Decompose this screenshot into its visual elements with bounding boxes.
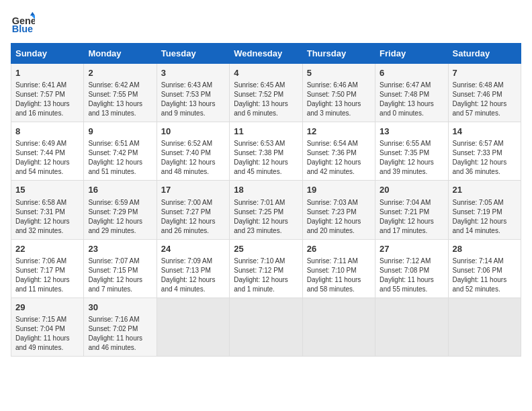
day-info: Sunrise: 7:15 AM Sunset: 7:04 PM Dayligh… xyxy=(15,315,79,353)
calendar-cell: 20Sunrise: 7:04 AM Sunset: 7:21 PM Dayli… xyxy=(375,181,448,239)
day-info: Sunrise: 7:00 AM Sunset: 7:27 PM Dayligh… xyxy=(161,198,225,236)
day-number: 25 xyxy=(234,243,298,255)
day-info: Sunrise: 6:54 AM Sunset: 7:36 PM Dayligh… xyxy=(307,139,371,177)
day-number: 2 xyxy=(88,67,152,79)
day-info: Sunrise: 7:11 AM Sunset: 7:10 PM Dayligh… xyxy=(307,257,371,294)
calendar-cell xyxy=(448,298,521,356)
day-info: Sunrise: 7:01 AM Sunset: 7:25 PM Dayligh… xyxy=(234,198,298,236)
day-number: 6 xyxy=(380,67,443,79)
day-info: Sunrise: 6:45 AM Sunset: 7:52 PM Dayligh… xyxy=(234,81,298,118)
logo: General Blue xyxy=(11,11,38,35)
calendar-cell: 2Sunrise: 6:42 AM Sunset: 7:55 PM Daylig… xyxy=(84,64,157,122)
calendar-cell: 16Sunrise: 6:59 AM Sunset: 7:29 PM Dayli… xyxy=(84,181,157,239)
day-number: 9 xyxy=(88,126,152,138)
col-header-wednesday: Wednesday xyxy=(230,44,302,64)
day-info: Sunrise: 6:55 AM Sunset: 7:35 PM Dayligh… xyxy=(380,139,443,177)
day-info: Sunrise: 6:51 AM Sunset: 7:42 PM Dayligh… xyxy=(88,139,152,177)
calendar-cell: 3Sunrise: 6:43 AM Sunset: 7:53 PM Daylig… xyxy=(157,64,229,122)
day-number: 19 xyxy=(307,184,371,196)
day-info: Sunrise: 7:04 AM Sunset: 7:21 PM Dayligh… xyxy=(380,198,443,236)
calendar-cell xyxy=(375,298,448,356)
day-number: 8 xyxy=(15,126,79,138)
day-number: 12 xyxy=(307,126,371,138)
day-number: 5 xyxy=(307,67,371,79)
calendar-cell: 18Sunrise: 7:01 AM Sunset: 7:25 PM Dayli… xyxy=(230,181,302,239)
day-number: 22 xyxy=(15,243,79,255)
calendar-cell xyxy=(230,298,302,356)
calendar-cell: 1Sunrise: 6:41 AM Sunset: 7:57 PM Daylig… xyxy=(11,64,84,122)
calendar-cell: 9Sunrise: 6:51 AM Sunset: 7:42 PM Daylig… xyxy=(84,122,157,181)
day-number: 13 xyxy=(380,126,443,138)
day-number: 26 xyxy=(307,243,371,255)
calendar-cell: 12Sunrise: 6:54 AM Sunset: 7:36 PM Dayli… xyxy=(302,122,375,181)
calendar-cell: 5Sunrise: 6:46 AM Sunset: 7:50 PM Daylig… xyxy=(302,64,375,122)
day-info: Sunrise: 7:14 AM Sunset: 7:06 PM Dayligh… xyxy=(453,257,517,294)
calendar-header: SundayMondayTuesdayWednesdayThursdayFrid… xyxy=(11,44,521,64)
day-info: Sunrise: 6:46 AM Sunset: 7:50 PM Dayligh… xyxy=(307,81,371,118)
svg-marker-2 xyxy=(30,12,35,15)
calendar-week-5: 29Sunrise: 7:15 AM Sunset: 7:04 PM Dayli… xyxy=(11,298,521,356)
day-number: 21 xyxy=(453,184,517,196)
day-number: 16 xyxy=(88,184,152,196)
day-number: 24 xyxy=(161,243,225,255)
day-info: Sunrise: 6:59 AM Sunset: 7:29 PM Dayligh… xyxy=(88,198,152,236)
day-number: 11 xyxy=(234,126,298,138)
day-info: Sunrise: 6:52 AM Sunset: 7:40 PM Dayligh… xyxy=(161,139,225,177)
day-info: Sunrise: 6:48 AM Sunset: 7:46 PM Dayligh… xyxy=(453,81,517,118)
col-header-friday: Friday xyxy=(375,44,448,64)
calendar-cell: 13Sunrise: 6:55 AM Sunset: 7:35 PM Dayli… xyxy=(375,122,448,181)
day-info: Sunrise: 6:58 AM Sunset: 7:31 PM Dayligh… xyxy=(15,198,79,236)
calendar-cell: 17Sunrise: 7:00 AM Sunset: 7:27 PM Dayli… xyxy=(157,181,229,239)
day-number: 23 xyxy=(88,243,152,255)
calendar-cell: 23Sunrise: 7:07 AM Sunset: 7:15 PM Dayli… xyxy=(84,239,157,298)
day-number: 15 xyxy=(15,184,79,196)
day-info: Sunrise: 7:16 AM Sunset: 7:02 PM Dayligh… xyxy=(88,315,152,353)
calendar-week-4: 22Sunrise: 7:06 AM Sunset: 7:17 PM Dayli… xyxy=(11,239,521,298)
calendar-week-1: 1Sunrise: 6:41 AM Sunset: 7:57 PM Daylig… xyxy=(11,64,521,122)
calendar-body: 1Sunrise: 6:41 AM Sunset: 7:57 PM Daylig… xyxy=(11,64,521,357)
col-header-thursday: Thursday xyxy=(302,44,375,64)
day-info: Sunrise: 6:42 AM Sunset: 7:55 PM Dayligh… xyxy=(88,81,152,118)
day-number: 4 xyxy=(234,67,298,79)
calendar-week-3: 15Sunrise: 6:58 AM Sunset: 7:31 PM Dayli… xyxy=(11,181,521,239)
calendar-cell: 11Sunrise: 6:53 AM Sunset: 7:38 PM Dayli… xyxy=(230,122,302,181)
calendar-cell: 27Sunrise: 7:12 AM Sunset: 7:08 PM Dayli… xyxy=(375,239,448,298)
calendar-cell: 22Sunrise: 7:06 AM Sunset: 7:17 PM Dayli… xyxy=(11,239,84,298)
day-info: Sunrise: 7:03 AM Sunset: 7:23 PM Dayligh… xyxy=(307,198,371,236)
calendar-cell xyxy=(157,298,229,356)
day-info: Sunrise: 6:53 AM Sunset: 7:38 PM Dayligh… xyxy=(234,139,298,177)
day-number: 7 xyxy=(453,67,517,79)
col-header-saturday: Saturday xyxy=(448,44,521,64)
day-info: Sunrise: 7:06 AM Sunset: 7:17 PM Dayligh… xyxy=(15,257,79,294)
calendar-cell: 14Sunrise: 6:57 AM Sunset: 7:33 PM Dayli… xyxy=(448,122,521,181)
col-header-sunday: Sunday xyxy=(11,44,84,64)
day-info: Sunrise: 7:05 AM Sunset: 7:19 PM Dayligh… xyxy=(453,198,517,236)
col-header-monday: Monday xyxy=(84,44,157,64)
calendar-cell: 24Sunrise: 7:09 AM Sunset: 7:13 PM Dayli… xyxy=(157,239,229,298)
day-info: Sunrise: 6:49 AM Sunset: 7:44 PM Dayligh… xyxy=(15,139,79,177)
calendar-cell: 29Sunrise: 7:15 AM Sunset: 7:04 PM Dayli… xyxy=(11,298,84,356)
calendar-cell: 10Sunrise: 6:52 AM Sunset: 7:40 PM Dayli… xyxy=(157,122,229,181)
calendar-cell: 21Sunrise: 7:05 AM Sunset: 7:19 PM Dayli… xyxy=(448,181,521,239)
day-number: 29 xyxy=(15,302,79,314)
day-number: 30 xyxy=(88,302,152,314)
day-info: Sunrise: 7:10 AM Sunset: 7:12 PM Dayligh… xyxy=(234,257,298,294)
day-number: 18 xyxy=(234,184,298,196)
day-number: 20 xyxy=(380,184,443,196)
calendar-cell: 30Sunrise: 7:16 AM Sunset: 7:02 PM Dayli… xyxy=(84,298,157,356)
calendar-cell: 26Sunrise: 7:11 AM Sunset: 7:10 PM Dayli… xyxy=(302,239,375,298)
day-number: 17 xyxy=(161,184,225,196)
day-info: Sunrise: 6:41 AM Sunset: 7:57 PM Dayligh… xyxy=(15,81,79,118)
day-number: 3 xyxy=(161,67,225,79)
day-info: Sunrise: 7:07 AM Sunset: 7:15 PM Dayligh… xyxy=(88,257,152,294)
col-header-tuesday: Tuesday xyxy=(157,44,229,64)
page-header: General Blue xyxy=(11,11,521,35)
calendar-table: SundayMondayTuesdayWednesdayThursdayFrid… xyxy=(11,43,521,357)
day-info: Sunrise: 6:47 AM Sunset: 7:48 PM Dayligh… xyxy=(380,81,443,118)
day-number: 1 xyxy=(15,67,79,79)
day-info: Sunrise: 6:57 AM Sunset: 7:33 PM Dayligh… xyxy=(453,139,517,177)
calendar-cell: 19Sunrise: 7:03 AM Sunset: 7:23 PM Dayli… xyxy=(302,181,375,239)
logo-icon: General Blue xyxy=(11,11,35,35)
calendar-cell: 4Sunrise: 6:45 AM Sunset: 7:52 PM Daylig… xyxy=(230,64,302,122)
day-info: Sunrise: 7:12 AM Sunset: 7:08 PM Dayligh… xyxy=(380,257,443,294)
